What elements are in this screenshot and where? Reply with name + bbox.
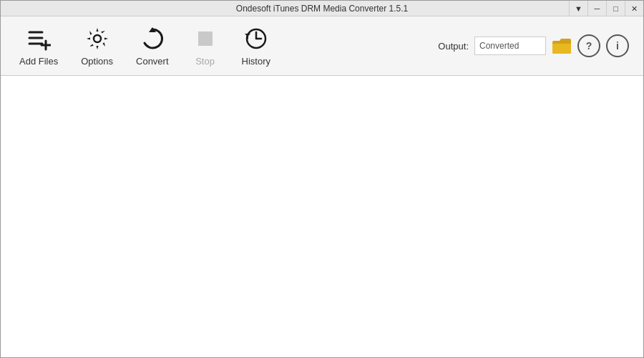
- close-button[interactable]: ✕: [625, 1, 643, 16]
- main-content: [1, 76, 643, 358]
- folder-icon: [552, 38, 571, 54]
- maximize-button[interactable]: □: [606, 1, 625, 16]
- history-label: History: [242, 56, 270, 67]
- output-input[interactable]: [474, 37, 546, 55]
- help-button[interactable]: ?: [577, 34, 600, 57]
- convert-icon: [140, 26, 165, 52]
- output-area: Output: ? i: [438, 34, 636, 57]
- info-button[interactable]: i: [606, 34, 629, 57]
- title-bar: Ondesoft iTunes DRM Media Converter 1.5.…: [1, 1, 643, 16]
- options-label: Options: [81, 56, 113, 67]
- stop-label: Stop: [195, 56, 215, 67]
- stop-icon: [192, 26, 218, 52]
- history-icon: [243, 26, 269, 52]
- output-label: Output:: [438, 41, 469, 52]
- add-files-button[interactable]: Add Files: [8, 19, 69, 73]
- add-files-label: Add Files: [19, 56, 58, 67]
- toolbar: Add Files Options: [1, 16, 643, 76]
- title-bar-controls: ▼ ─ □ ✕: [569, 1, 643, 16]
- info-icon: i: [616, 40, 619, 52]
- options-icon: [84, 26, 110, 52]
- dropdown-button[interactable]: ▼: [569, 1, 587, 16]
- window-title: Ondesoft iTunes DRM Media Converter 1.5.…: [236, 4, 408, 14]
- svg-marker-10: [245, 34, 250, 37]
- convert-button[interactable]: Convert: [125, 19, 180, 73]
- browse-folder-button[interactable]: [552, 36, 572, 56]
- minimize-button[interactable]: ─: [587, 1, 606, 16]
- stop-button: Stop: [180, 19, 230, 73]
- add-files-icon: [26, 26, 52, 52]
- options-button[interactable]: Options: [69, 19, 125, 73]
- history-button[interactable]: History: [230, 19, 282, 73]
- help-icon: ?: [586, 40, 592, 52]
- convert-label: Convert: [136, 56, 169, 67]
- svg-point-5: [94, 35, 101, 42]
